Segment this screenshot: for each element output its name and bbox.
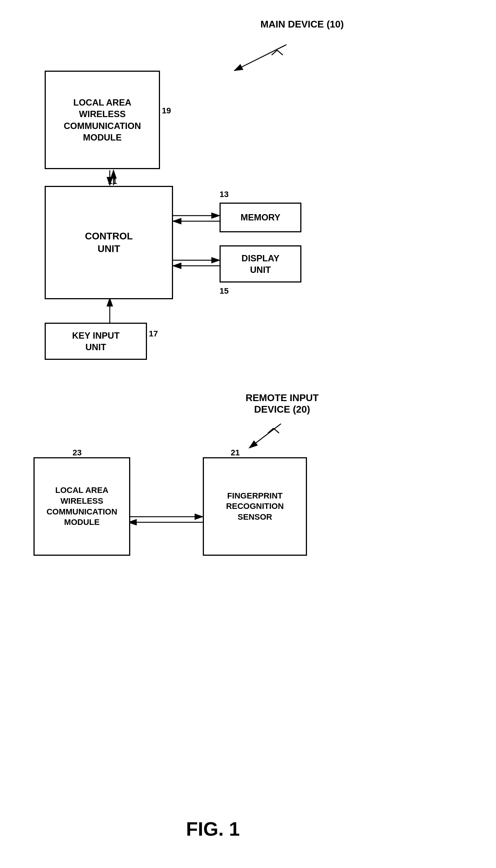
svg-line-3: [272, 50, 277, 55]
key-input-box: KEY INPUTUNIT: [45, 323, 147, 360]
control-unit-box: CONTROLUNIT: [45, 186, 173, 299]
ref-17: 17: [149, 329, 158, 339]
ref-23: 23: [73, 448, 81, 458]
ref-13: 13: [220, 190, 228, 199]
diagram: MAIN DEVICE (10) LOCAL AREAWIRELESSCOMMU…: [0, 0, 496, 868]
fingerprint-box: FINGERPRINTRECOGNITIONSENSOR: [203, 457, 307, 556]
ref-21: 21: [231, 448, 240, 458]
svg-line-13: [268, 428, 273, 433]
lawcm-top-box: LOCAL AREAWIRELESSCOMMUNICATIONMODULE: [45, 71, 160, 169]
svg-line-14: [273, 428, 279, 433]
display-unit-box: DISPLAYUNIT: [220, 245, 301, 283]
memory-box: MEMORY: [220, 203, 301, 232]
ref-11: 11: [108, 177, 117, 186]
lawcm-bottom-box: LOCAL AREAWIRELESSCOMMUNICATIONMODULE: [33, 457, 130, 556]
svg-line-2: [234, 45, 287, 71]
figure-label: FIG. 1: [186, 818, 240, 840]
main-device-label: MAIN DEVICE (10): [260, 19, 344, 30]
ref-19: 19: [162, 106, 171, 116]
ref-15: 15: [220, 286, 228, 296]
remote-input-label: REMOTE INPUTDEVICE (20): [246, 392, 319, 415]
svg-line-12: [249, 424, 281, 448]
svg-line-4: [277, 50, 283, 55]
